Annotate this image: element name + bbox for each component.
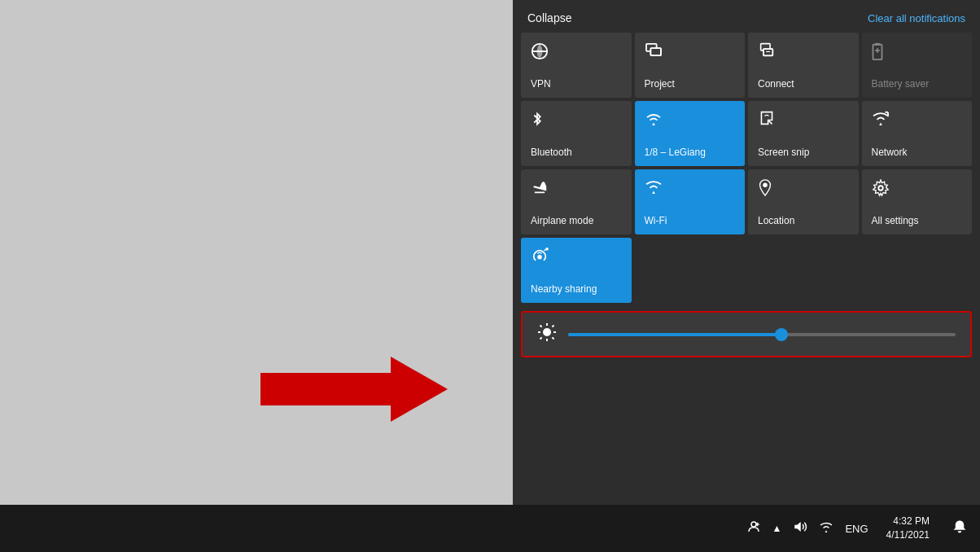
tile-vpn-label: VPN bbox=[531, 78, 623, 90]
connect-icon bbox=[758, 42, 851, 61]
brightness-slider-area bbox=[521, 311, 972, 357]
svg-line-30 bbox=[552, 326, 553, 327]
tile-wifi[interactable]: Wi-Fi bbox=[635, 169, 746, 234]
tile-airplane-mode[interactable]: Airplane mode bbox=[521, 169, 632, 234]
location-icon bbox=[758, 179, 851, 201]
tile-wifi-network[interactable]: 1/8 – LeGiang bbox=[635, 101, 746, 166]
tile-location[interactable]: Location bbox=[748, 169, 859, 234]
clock-area[interactable]: 4:32 PM 4/11/2021 bbox=[886, 515, 936, 542]
clear-notifications-button[interactable]: Clear all notifications bbox=[868, 12, 965, 24]
tile-location-label: Location bbox=[758, 215, 851, 226]
tile-connect-label: Connect bbox=[758, 78, 851, 90]
clock-time: 4:32 PM bbox=[886, 515, 930, 528]
vpn-icon bbox=[531, 42, 623, 64]
screen-snip-icon bbox=[758, 111, 851, 129]
action-center-header: Collapse Clear all notifications bbox=[513, 0, 980, 33]
tile-screen-snip-label: Screen snip bbox=[758, 147, 851, 158]
battery-saver-icon bbox=[872, 42, 965, 64]
brightness-icon bbox=[537, 322, 557, 346]
svg-rect-7 bbox=[763, 49, 772, 55]
show-hidden-icon[interactable]: ▲ bbox=[772, 523, 782, 534]
volume-icon[interactable] bbox=[793, 519, 807, 537]
svg-line-29 bbox=[552, 337, 553, 339]
desktop-area bbox=[0, 0, 513, 505]
tile-project-label: Project bbox=[645, 78, 737, 90]
tile-network-label: Network bbox=[872, 147, 965, 158]
quick-actions-row-3: Airplane mode Wi-Fi Location bbox=[513, 169, 980, 238]
wifi-taskbar-icon[interactable] bbox=[819, 521, 833, 536]
quick-actions-row-4: Nearby sharing bbox=[513, 238, 980, 306]
network-icon bbox=[872, 111, 965, 129]
svg-point-20 bbox=[537, 255, 541, 259]
tile-bluetooth-label: Bluetooth bbox=[531, 147, 623, 158]
tile-network[interactable]: Network bbox=[862, 101, 973, 166]
svg-line-31 bbox=[540, 337, 542, 339]
svg-rect-4 bbox=[650, 48, 661, 55]
tile-screen-snip[interactable]: Screen snip bbox=[748, 101, 859, 166]
svg-point-18 bbox=[763, 183, 768, 188]
notification-icon[interactable] bbox=[946, 519, 973, 538]
clock-date: 4/11/2021 bbox=[886, 528, 930, 542]
svg-rect-17 bbox=[535, 191, 545, 193]
tile-all-settings[interactable]: All settings bbox=[862, 169, 973, 234]
airplane-mode-icon bbox=[531, 179, 623, 199]
tile-nearby-sharing-label: Nearby sharing bbox=[531, 283, 623, 295]
tile-project[interactable]: Project bbox=[635, 33, 746, 98]
svg-marker-0 bbox=[260, 357, 448, 422]
nearby-sharing-icon bbox=[531, 248, 623, 268]
wifi-icon bbox=[645, 179, 737, 198]
language-indicator[interactable]: ENG bbox=[845, 523, 868, 535]
tile-vpn[interactable]: VPN bbox=[521, 33, 632, 98]
tile-wifi-network-label: 1/8 – LeGiang bbox=[645, 147, 737, 158]
tile-battery-saver[interactable]: Battery saver bbox=[862, 33, 973, 98]
quick-actions-row-2: Bluetooth 1/8 – LeGiang Scre bbox=[513, 101, 980, 169]
bluetooth-icon bbox=[531, 111, 623, 133]
quick-actions-row-1: VPN Project Conne bbox=[513, 33, 980, 101]
action-center-panel: Collapse Clear all notifications VPN bbox=[513, 0, 980, 505]
svg-line-28 bbox=[540, 326, 542, 327]
brightness-track[interactable] bbox=[568, 333, 956, 336]
collapse-button[interactable]: Collapse bbox=[527, 11, 571, 24]
all-settings-icon bbox=[872, 179, 965, 201]
svg-point-23 bbox=[543, 328, 551, 336]
project-icon bbox=[645, 42, 737, 61]
tile-connect[interactable]: Connect bbox=[748, 33, 859, 98]
svg-rect-11 bbox=[875, 43, 880, 46]
arrow-annotation bbox=[260, 357, 448, 425]
wifi-network-icon bbox=[645, 111, 737, 129]
svg-point-32 bbox=[751, 522, 756, 527]
tile-all-settings-label: All settings bbox=[872, 215, 965, 226]
people-icon[interactable] bbox=[746, 519, 761, 537]
taskbar: ▲ ENG 4:32 PM 4/11/2021 bbox=[0, 505, 980, 552]
tile-nearby-sharing[interactable]: Nearby sharing bbox=[521, 238, 632, 303]
tile-wifi-label: Wi-Fi bbox=[645, 215, 737, 226]
svg-marker-35 bbox=[795, 522, 802, 532]
taskbar-system-icons: ▲ ENG bbox=[746, 519, 877, 537]
tile-airplane-mode-label: Airplane mode bbox=[531, 215, 623, 226]
brightness-thumb[interactable] bbox=[775, 328, 788, 341]
tile-battery-saver-label: Battery saver bbox=[872, 78, 965, 90]
svg-point-22 bbox=[545, 248, 549, 251]
brightness-fill bbox=[568, 333, 781, 336]
svg-point-19 bbox=[878, 186, 883, 191]
tile-bluetooth[interactable]: Bluetooth bbox=[521, 101, 632, 166]
